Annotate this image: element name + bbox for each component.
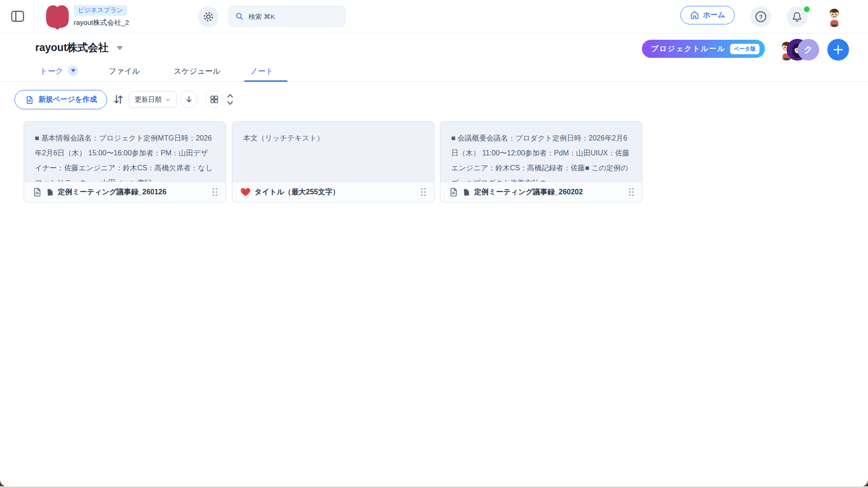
- bell-icon: [792, 11, 802, 22]
- tab-talk[interactable]: トーク: [40, 66, 63, 76]
- document-icon: [32, 187, 42, 197]
- app-page: ビジネスプラン rayout株式会社_2 ホーム: [0, 0, 868, 487]
- note-card-title: 定例ミーティング議事録_260202: [474, 188, 623, 197]
- tab-bar: トーク ファイル スケジュール ノート: [0, 63, 868, 82]
- workspace-logo[interactable]: [45, 4, 70, 30]
- help-icon: ?: [755, 11, 767, 23]
- document-icon: [25, 95, 34, 104]
- search-box[interactable]: [228, 6, 346, 27]
- tab-schedule[interactable]: スケジュール: [174, 66, 221, 76]
- workspace-name: rayout株式会社_2: [74, 18, 129, 28]
- note-card-title: タイトル（最大255文字）: [255, 188, 415, 197]
- top-header: ビジネスプラン rayout株式会社_2 ホーム: [0, 0, 868, 33]
- online-status-dot: [803, 5, 811, 13]
- svg-text:?: ?: [759, 14, 763, 20]
- page-title: rayout株式会社: [35, 41, 108, 55]
- settings-button[interactable]: [198, 6, 219, 27]
- document-icon: [448, 187, 458, 197]
- note-card-preview: ■ 基本情報会議名：プロジェクト定例MTG日時：2026年2月6日（木） 15:…: [24, 122, 226, 183]
- beta-badge: ベータ版: [730, 44, 760, 54]
- page-icon: [46, 188, 54, 196]
- gear-icon: [203, 11, 214, 23]
- title-dropdown-caret-icon[interactable]: [117, 46, 123, 50]
- member-avatar-3[interactable]: ク: [797, 39, 819, 61]
- sort-direction-button[interactable]: [112, 93, 125, 107]
- note-card[interactable]: ■ 会議概要会議名：プロダクト定例日時：2026年2月6日（木） 11:00〜1…: [440, 121, 642, 202]
- sort-order-value: 更新日順: [135, 95, 162, 104]
- note-card-title: 定例ミーティング議事録_260126: [58, 188, 207, 197]
- chevron-down-icon: [71, 69, 75, 72]
- card-menu-button[interactable]: [211, 186, 219, 198]
- plan-badge: ビジネスプラン: [74, 5, 127, 16]
- new-page-button[interactable]: 新規ページを作成: [14, 90, 107, 109]
- header-divider: [33, 0, 34, 33]
- active-tab-underline: [244, 80, 288, 82]
- note-card[interactable]: ■ 基本情報会議名：プロジェクト定例MTG日時：2026年2月6日（木） 15:…: [24, 121, 226, 202]
- card-menu-button[interactable]: [627, 186, 636, 198]
- talk-dropdown-button[interactable]: [68, 66, 78, 76]
- project-rules-button[interactable]: プロジェクトルール ベータ版: [642, 40, 765, 58]
- note-card[interactable]: 本文（リッチテキスト） タイトル（最大255文字）: [232, 121, 434, 202]
- note-card-footer: タイトル（最大255文字）: [232, 182, 434, 202]
- note-card-preview: 本文（リッチテキスト）: [232, 122, 434, 183]
- note-card-footer: 定例ミーティング議事録_260202: [440, 182, 642, 202]
- member-initial: ク: [804, 44, 812, 56]
- heart-icon: [241, 188, 250, 197]
- sort-arrows-icon: [113, 94, 124, 105]
- grid-view-button[interactable]: [205, 90, 223, 108]
- tab-notes[interactable]: ノート: [250, 66, 274, 76]
- arrow-down-icon: [184, 95, 193, 104]
- plus-icon: [833, 45, 843, 55]
- search-input[interactable]: [248, 13, 339, 20]
- page-icon: [462, 188, 470, 196]
- user-avatar[interactable]: [824, 6, 845, 27]
- search-icon: [235, 11, 244, 21]
- grid-icon: [210, 95, 219, 104]
- home-button-label: ホーム: [703, 10, 725, 20]
- help-button[interactable]: ?: [750, 6, 771, 27]
- chevrons-up-down-icon: [226, 92, 234, 107]
- card-menu-button[interactable]: [419, 186, 428, 198]
- add-member-button[interactable]: [827, 39, 849, 61]
- view-size-stepper[interactable]: [226, 92, 234, 107]
- home-icon: [690, 10, 699, 20]
- sidebar-toggle-icon[interactable]: [10, 10, 25, 23]
- project-rules-label: プロジェクトルール: [651, 44, 726, 54]
- sort-order-dropdown[interactable]: 更新日順: [129, 91, 177, 108]
- app-window: ビジネスプラン rayout株式会社_2 ホーム: [0, 0, 868, 488]
- tab-files[interactable]: ファイル: [108, 66, 140, 76]
- download-button[interactable]: [180, 90, 198, 108]
- note-card-preview: ■ 会議概要会議名：プロダクト定例日時：2026年2月6日（木） 11:00〜1…: [440, 122, 642, 183]
- new-page-button-label: 新規ページを作成: [38, 95, 97, 104]
- chevron-down-icon: [165, 97, 171, 103]
- home-button[interactable]: ホーム: [680, 6, 735, 24]
- note-card-footer: 定例ミーティング議事録_260126: [24, 182, 226, 202]
